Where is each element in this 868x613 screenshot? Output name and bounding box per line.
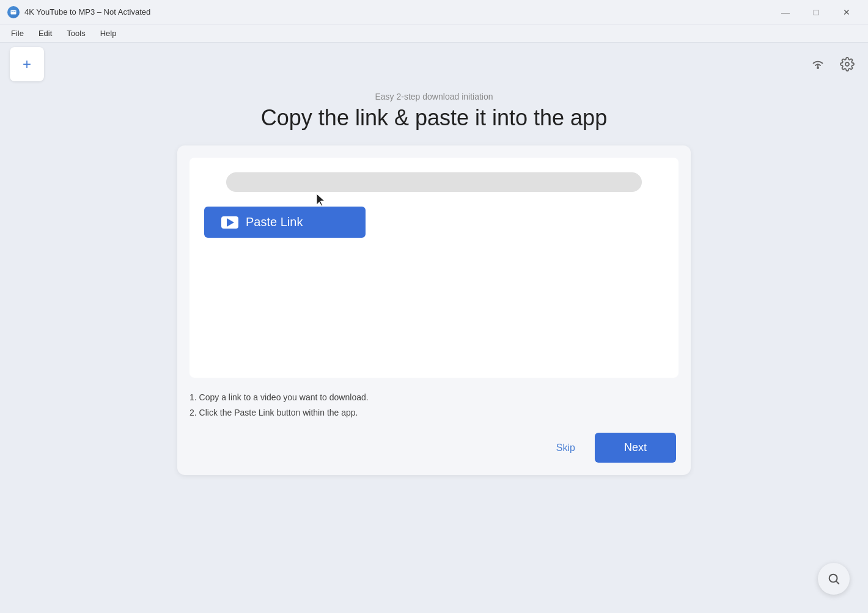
card-footer: Skip Next (189, 433, 679, 463)
window-controls: — □ ✕ (771, 2, 861, 22)
tutorial-inner: Paste Link (189, 158, 679, 378)
search-fab-button[interactable] (818, 563, 850, 595)
main-area: Easy 2-step download initiation Copy the… (0, 86, 868, 613)
menubar: File Edit Tools Help (0, 24, 868, 43)
instruction-1: 1. Copy a link to a video you want to do… (189, 390, 679, 405)
main-heading: Copy the link & paste it into the app (261, 105, 607, 131)
menu-tools[interactable]: Tools (61, 26, 91, 40)
add-button[interactable]: + (10, 47, 44, 81)
svg-line-4 (836, 581, 839, 584)
paste-link-button[interactable]: Paste Link (204, 207, 366, 238)
subtitle: Easy 2-step download initiation (375, 92, 493, 101)
tutorial-card: Paste Link 1. Copy a link to a video you… (177, 145, 691, 475)
menu-help[interactable]: Help (94, 26, 123, 40)
app-icon (7, 6, 20, 18)
menu-file[interactable]: File (5, 26, 30, 40)
maximize-button[interactable]: □ (802, 2, 830, 22)
close-button[interactable]: ✕ (833, 2, 861, 22)
minimize-button[interactable]: — (771, 2, 800, 22)
app-content: + Easy 2-step download ini (0, 43, 868, 613)
titlebar: 4K YouTube to MP3 – Not Activated — □ ✕ (0, 0, 868, 24)
toolbar: + (0, 43, 868, 86)
youtube-icon (221, 216, 238, 229)
next-button[interactable]: Next (595, 433, 676, 463)
settings-button[interactable] (836, 53, 858, 75)
instructions: 1. Copy a link to a video you want to do… (189, 390, 679, 420)
instruction-2: 2. Click the Paste Link button within th… (189, 405, 679, 420)
window-title: 4K YouTube to MP3 – Not Activated (24, 7, 771, 17)
url-bar-mock (226, 172, 642, 192)
smart-mode-button[interactable] (807, 53, 829, 75)
toolbar-right (807, 53, 858, 75)
svg-point-2 (845, 62, 849, 66)
skip-button[interactable]: Skip (546, 438, 585, 458)
play-triangle (227, 218, 234, 227)
menu-edit[interactable]: Edit (32, 26, 58, 40)
